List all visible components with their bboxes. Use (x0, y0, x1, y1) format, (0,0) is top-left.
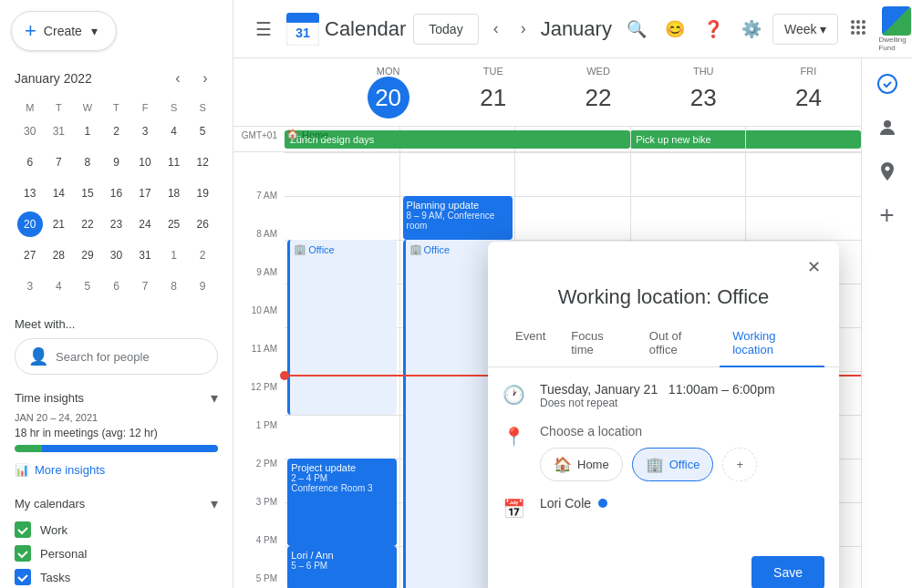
add-icon-btn[interactable]: + (869, 197, 906, 233)
mini-cal-day[interactable]: 23 (103, 211, 129, 237)
mini-cal-day[interactable]: 14 (46, 181, 71, 206)
help-button[interactable]: ❓ (696, 12, 731, 46)
mini-cal-day[interactable]: 6 (103, 273, 129, 299)
event-project-update[interactable]: Project update 2 – 4 PM Conference Room … (287, 459, 397, 546)
mini-cal-day[interactable]: 31 (46, 119, 71, 144)
mini-cal-day[interactable]: 22 (75, 211, 100, 237)
mini-cal-day[interactable]: 1 (75, 119, 100, 144)
mini-cal-day[interactable]: 25 (161, 211, 187, 237)
create-button[interactable]: + Calendar Create ▾ (11, 11, 117, 51)
mini-cal-day[interactable]: 30 (17, 119, 43, 144)
search-button[interactable]: 🔍 (619, 12, 654, 46)
mini-cal-day[interactable]: 27 (17, 242, 43, 268)
mini-cal-day[interactable]: 24 (132, 211, 158, 237)
lori-ann-title: Lori / Ann (291, 550, 393, 561)
mini-cal-day[interactable]: 19 (190, 181, 215, 206)
mini-cal-week-5: 27 28 29 30 31 1 2 (16, 241, 216, 270)
mini-cal-day[interactable]: 4 (161, 119, 187, 144)
day-name-thu: THU (651, 66, 756, 77)
mini-cal-day[interactable]: 18 (161, 181, 187, 206)
mini-cal-day[interactable]: 3 (17, 273, 43, 299)
modal-close-button[interactable]: ✕ (799, 253, 828, 282)
save-button[interactable]: Save (751, 556, 824, 588)
prev-week-button[interactable]: ‹ (486, 12, 506, 46)
event-office-mon[interactable]: 🏢 Office (287, 240, 397, 415)
event-planning-update[interactable]: Planning update 8 – 9 AM, Conference roo… (403, 196, 513, 240)
mini-cal-day[interactable]: 13 (17, 181, 43, 206)
tab-event[interactable]: Event (503, 320, 558, 367)
allday-col-3 (631, 127, 747, 151)
create-text: Create (44, 24, 82, 38)
mini-cal-day[interactable]: 31 (132, 242, 158, 268)
settings-button[interactable]: ⚙️ (734, 12, 769, 46)
modal-footer: Save (488, 549, 839, 588)
mini-cal-day[interactable]: 2 (190, 242, 215, 268)
calendar-item-tasks[interactable]: Tasks (15, 565, 218, 588)
week-selector[interactable]: Week ▾ (772, 14, 839, 45)
mini-cal-day[interactable]: 29 (75, 242, 100, 268)
mini-cal-day[interactable]: 28 (46, 242, 71, 268)
calendar-item-personal[interactable]: Personal (15, 542, 218, 565)
hamburger-menu[interactable]: ☰ (248, 11, 279, 47)
day-header-tue[interactable]: TUE 21 (440, 58, 545, 126)
mini-cal-day[interactable]: 8 (161, 273, 187, 299)
day-num-22: 22 (577, 77, 619, 119)
mini-cal-day[interactable]: 9 (190, 273, 215, 299)
mini-cal-day[interactable]: 16 (103, 181, 129, 206)
location-home-button[interactable]: 🏠 Home (540, 448, 623, 481)
personal-calendar-label: Personal (40, 547, 87, 561)
mini-cal-header: January 2022 ‹ › (15, 66, 218, 91)
mini-cal-day[interactable]: 10 (132, 150, 158, 175)
mini-cal-day[interactable]: 11 (161, 150, 187, 175)
mini-cal-prev[interactable]: ‹ (165, 66, 191, 91)
today-button[interactable]: Today (413, 14, 478, 45)
time-insights-toggle[interactable]: ▾ (211, 389, 218, 407)
mini-cal-day[interactable]: 15 (75, 181, 100, 206)
mini-cal-day[interactable]: 1 (161, 242, 187, 268)
day-num-24: 24 (787, 77, 829, 119)
mini-cal-day[interactable]: 7 (46, 150, 71, 175)
mini-cal-day[interactable]: 2 (103, 119, 129, 144)
office-mon-text: Office (308, 244, 335, 255)
mini-cal-day[interactable]: 26 (190, 211, 215, 237)
mini-cal-day[interactable]: 4 (46, 273, 71, 299)
tasks-icon-btn[interactable] (869, 66, 906, 102)
more-insights-button[interactable]: 📊 More insights (15, 459, 105, 480)
mini-cal-day[interactable]: 8 (75, 150, 100, 175)
mini-cal-day[interactable]: 30 (103, 242, 129, 268)
mini-cal-next[interactable]: › (192, 66, 218, 91)
mini-cal-day[interactable]: 21 (46, 211, 71, 237)
event-lori-ann[interactable]: Lori / Ann 5 – 6 PM (287, 546, 397, 588)
maps-icon-btn[interactable] (869, 153, 906, 190)
day-header-wed[interactable]: WED 22 (545, 58, 650, 126)
search-people-placeholder: Search for people (56, 350, 150, 364)
day-header-thu[interactable]: THU 23 (651, 58, 756, 126)
mini-cal-day[interactable]: 5 (75, 273, 100, 299)
day-header-fri[interactable]: FRI 24 (756, 58, 861, 126)
tab-out-of-office[interactable]: Out of office (637, 320, 720, 367)
mini-cal-today[interactable]: 20 (17, 211, 43, 237)
modal-body: 🕐 Tuesday, January 21 11:00am – 6:00pm D… (488, 367, 839, 549)
contacts-icon (876, 117, 898, 139)
mini-cal-day[interactable]: 9 (103, 150, 129, 175)
mini-cal-day[interactable]: 7 (132, 273, 158, 299)
mini-cal-day[interactable]: 3 (132, 119, 158, 144)
allday-event-zurich[interactable]: Zürich design days (285, 130, 630, 149)
my-calendars-toggle[interactable]: ▾ (211, 495, 218, 512)
mini-cal-day[interactable]: 6 (17, 150, 43, 175)
next-week-button[interactable]: › (513, 12, 534, 46)
calendar-item-work[interactable]: Work (15, 518, 218, 542)
allday-home-label: 🏠 Home (286, 129, 328, 140)
emoji-button[interactable]: 😊 (658, 12, 692, 46)
mini-cal-day[interactable]: 17 (132, 181, 158, 206)
tab-working-location[interactable]: Working location (720, 320, 824, 367)
mini-cal-day[interactable]: 5 (190, 119, 215, 144)
add-location-button[interactable]: + (722, 448, 757, 481)
tab-focus-time[interactable]: Focus time (558, 320, 637, 367)
mini-cal-day[interactable]: 12 (190, 150, 215, 175)
location-office-button[interactable]: 🏢 Office (632, 448, 714, 481)
search-people-input[interactable]: 👤 Search for people (15, 338, 218, 375)
contacts-icon-btn[interactable] (869, 109, 906, 146)
apps-grid-button[interactable] (842, 11, 875, 46)
day-header-mon[interactable]: MON 20 (336, 58, 440, 126)
